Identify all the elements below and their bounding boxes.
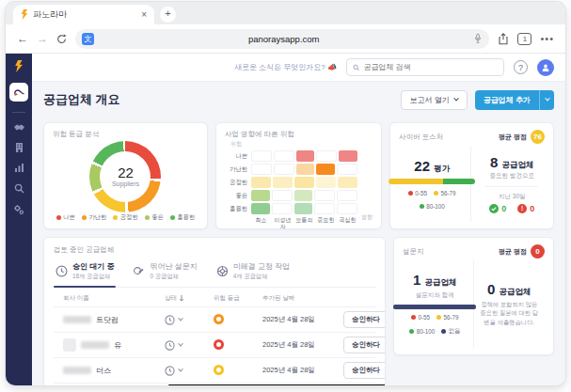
status-cell[interactable]: [165, 340, 214, 351]
translate-icon[interactable]: 文: [82, 33, 94, 45]
url-bar[interactable]: 文 panoraysapp.com: [75, 29, 489, 49]
approve-button[interactable]: 승인하다: [343, 362, 386, 379]
card-title: 검토 중인 공급업체: [54, 245, 375, 255]
help-button[interactable]: ?: [514, 60, 528, 74]
tab-strip: 파노라마 × +: [6, 2, 565, 24]
heatmap-col-label: 보통의: [294, 217, 314, 230]
risk-badge: [214, 314, 262, 326]
legend-item: 80-100: [409, 327, 435, 336]
heatmap-cell: [272, 203, 293, 214]
add-supplier-button[interactable]: 공급업체 추가: [475, 90, 554, 110]
review-tabs: 승인 대기 중18개 공급업체 뛰어난 설문지0 공급업체 미해결 교정 작업4…: [54, 259, 375, 288]
tab-item[interactable]: 뛰어난 설문지0 공급업체: [131, 259, 198, 287]
heatmap-col-label: 극심한: [338, 217, 357, 230]
tab-title: 파노라마: [33, 8, 136, 21]
tab-count-button[interactable]: 1: [517, 33, 531, 45]
new-tab-button[interactable]: +: [160, 7, 176, 23]
screen: 파노라마 × + ← → 文 panoraysapp.com 1 •••: [0, 0, 571, 392]
heatmap-cell: [337, 164, 357, 175]
tab-item[interactable]: 미해결 교정 작업4개 공급업체: [214, 259, 292, 287]
date-added: 2025년 4월 28일: [262, 340, 343, 350]
heatmap-row: 가난한: [225, 164, 357, 175]
legend-dot: [145, 215, 150, 220]
table-row[interactable]: 유 2025년 4월 28일 승인하다: [54, 332, 375, 357]
heatmap-cell: [251, 150, 272, 162]
browser-menu-icon[interactable]: •••: [540, 33, 554, 44]
posture-bar-chart: [389, 179, 475, 184]
heatmap-row-label: 가난한: [225, 165, 249, 174]
tab-close-icon[interactable]: ×: [141, 9, 147, 20]
col-status[interactable]: 상태: [165, 294, 214, 303]
forward-icon[interactable]: →: [37, 33, 48, 44]
legend-dot: [56, 215, 61, 220]
legend-item: 나쁜: [56, 213, 75, 222]
redacted-text: [81, 341, 109, 349]
approve-button[interactable]: 승인하다: [343, 311, 386, 328]
table-row[interactable]: 2025년 4월 28일 승인하다: [54, 383, 375, 385]
heatmap-cell: [296, 164, 315, 175]
table-row[interactable]: 더스 2025년 4월 28일 승인하다: [54, 357, 375, 383]
check-circle-icon: [489, 204, 499, 213]
search-input[interactable]: [363, 63, 498, 71]
legend-dot: [408, 191, 413, 196]
risk-grade-card: 위험 등급 분석 22 Suppliers 나쁜가난한공정한좋은훌륭한: [43, 122, 208, 229]
heatmap-cell: [316, 164, 335, 175]
share-icon[interactable]: [498, 33, 509, 45]
page-header: 공급업체 개요 보고서 열기 공급업체 추가: [32, 82, 565, 118]
add-supplier-caret[interactable]: [539, 90, 554, 110]
sidebar-item-handshake-icon[interactable]: [13, 123, 25, 132]
card-title: 사이버 포스처: [399, 133, 443, 142]
open-report-button[interactable]: 보고서 열기: [401, 90, 468, 110]
impact-heatmap: 위험나쁜가난한공정한좋은훌륭한최소미성년자보통의중요한극심한영향: [225, 139, 373, 230]
company-name: 트닷컴: [54, 315, 165, 325]
supplier-search[interactable]: [346, 58, 504, 76]
mic-icon[interactable]: [473, 33, 483, 44]
unscoped-description: 정책에 포함되지 않은 중요한 질문에 대한 답변을 제출했습니다.: [480, 300, 540, 326]
redacted-text: [63, 316, 91, 323]
approve-button[interactable]: 승인하다: [343, 337, 386, 353]
date-added: 2025년 4월 28일: [262, 315, 343, 324]
col-date: 추가된 날짜: [262, 294, 343, 303]
heatmap-y-axis-label: 위험: [230, 140, 357, 149]
avatar[interactable]: [537, 59, 554, 76]
sidebar-item-search-icon[interactable]: [14, 183, 24, 194]
sidebar-item-settings-icon[interactable]: [13, 204, 24, 215]
redacted-text: [63, 367, 91, 374]
whats-new-link[interactable]: 새로운 소식은 무엇인가요? 📣: [234, 62, 337, 72]
status-cell[interactable]: [165, 315, 214, 325]
sidebar-item-overview[interactable]: [9, 83, 28, 102]
date-added: 2025년 4월 28일: [262, 366, 343, 375]
legend-item: 56-79: [434, 190, 456, 196]
legend-dot: [434, 191, 438, 196]
sidebar-item-analytics-icon[interactable]: [14, 163, 24, 173]
panorays-logo-icon: [14, 60, 24, 72]
clock-icon: [165, 340, 175, 351]
donut-label: Suppliers: [112, 180, 139, 187]
table-header: 회사 이름 상태 위험 등급 추가된 날짜: [54, 288, 375, 306]
findings-suppliers: 8 공급업체: [490, 155, 534, 169]
alert-circle-icon: !: [517, 204, 527, 213]
risk-badge: [214, 339, 262, 352]
browser-tab[interactable]: 파노라마 ×: [13, 5, 154, 24]
assessments-count: 22 평가: [414, 159, 450, 173]
heatmap-col-label: 최소: [251, 217, 271, 230]
reload-icon[interactable]: [56, 34, 67, 44]
status-cell[interactable]: [165, 366, 214, 376]
legend-item: 56-79: [436, 314, 459, 321]
alert-counter: ! 0: [517, 204, 534, 213]
legend-item: 좋은: [145, 213, 164, 222]
tab-active[interactable]: 승인 대기 중18개 공급업체: [54, 259, 116, 287]
sidebar-item-building-icon[interactable]: [14, 142, 24, 152]
lifebuoy-icon: [216, 265, 229, 277]
chevron-down-icon: [178, 367, 183, 372]
heatmap-cell: [251, 203, 270, 214]
bar-segment: [389, 179, 443, 184]
heatmap-cell: [274, 150, 294, 162]
heatmap-row-label: 훌륭한: [225, 205, 249, 213]
back-icon[interactable]: ←: [17, 33, 28, 44]
table-body: 트닷컴 2025년 4월 28일 승인하다 유 2025년 4월 28일 승인하…: [54, 306, 375, 385]
table-row[interactable]: 트닷컴 2025년 4월 28일 승인하다: [54, 306, 375, 332]
legend-item: 80-100: [420, 203, 445, 210]
legend-dot: [113, 215, 118, 220]
heatmap-cell: [338, 177, 357, 188]
